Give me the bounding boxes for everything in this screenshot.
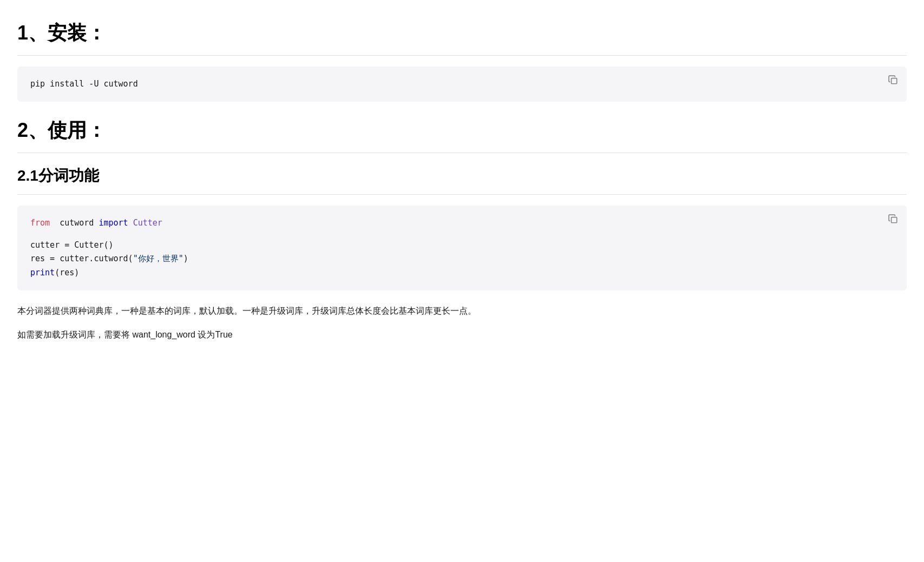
code-line-5-rest: (res) bbox=[55, 268, 79, 277]
copy-icon-install bbox=[888, 75, 898, 85]
code-line-install: pip install -U cutword bbox=[30, 77, 881, 91]
code-line-4-str: "你好，世界" bbox=[133, 254, 184, 263]
kw-print: print bbox=[30, 268, 55, 277]
code-line-1: from cutword import Cutter bbox=[30, 216, 881, 230]
section-usage: 2、使用： 2.1分词功能 from cutword import Cutter… bbox=[17, 115, 907, 342]
section-word-seg: 2.1分词功能 from cutword import Cutter cutte… bbox=[17, 164, 907, 343]
copy-button-wordseg[interactable] bbox=[886, 212, 900, 228]
kw-Cutter: Cutter bbox=[128, 218, 162, 228]
divider-usage bbox=[17, 153, 907, 153]
kw-import: import bbox=[99, 218, 128, 228]
divider-install bbox=[17, 55, 907, 56]
kw-from: from bbox=[30, 218, 50, 228]
install-code-content: pip install -U cutword bbox=[30, 77, 881, 91]
paragraph-upgrade-dict: 如需要加载升级词库，需要将 want_long_word 设为True bbox=[17, 327, 907, 342]
kw-cutword: cutword bbox=[50, 218, 99, 228]
heading-word-seg: 2.1分词功能 bbox=[17, 164, 907, 188]
code-block-install: pip install -U cutword bbox=[17, 67, 907, 102]
code-line-4-pre: res = cutter.cutword( bbox=[30, 254, 133, 263]
code-line-4-post: ) bbox=[184, 254, 188, 263]
svg-rect-1 bbox=[892, 217, 897, 223]
divider-word-seg bbox=[17, 194, 907, 195]
heading-usage: 2、使用： bbox=[17, 115, 907, 146]
paragraph-dict-info: 本分词器提供两种词典库，一种是基本的词库，默认加载。一种是升级词库，升级词库总体… bbox=[17, 303, 907, 319]
copy-button-install[interactable] bbox=[886, 73, 900, 89]
copy-icon-wordseg bbox=[888, 214, 898, 224]
code-line-5: print(res) bbox=[30, 266, 881, 280]
svg-rect-0 bbox=[892, 78, 897, 83]
section-install: 1、安装： pip install -U cutword bbox=[17, 17, 907, 102]
code-line-empty bbox=[30, 230, 881, 239]
wordseg-code-content: from cutword import Cutter cutter = Cutt… bbox=[30, 216, 881, 280]
heading-install: 1、安装： bbox=[17, 17, 907, 49]
code-line-3: cutter = Cutter() bbox=[30, 239, 881, 253]
code-line-4: res = cutter.cutword("你好，世界") bbox=[30, 252, 881, 266]
code-block-wordseg: from cutword import Cutter cutter = Cutt… bbox=[17, 206, 907, 290]
